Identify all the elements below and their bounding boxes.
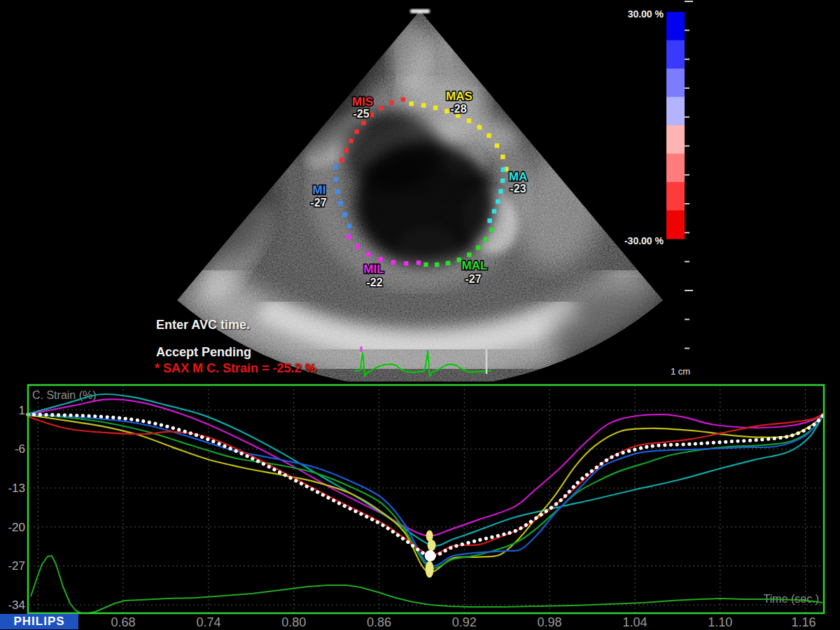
segment-value-MA: -23: [510, 183, 526, 195]
prompt-enter-avc-time: Enter AVC time.: [156, 318, 250, 332]
segment-label-MAL: MAL: [462, 259, 488, 272]
colorbar-max-label: 30.00 %: [628, 8, 664, 20]
ruler-scale-label: 1 cm: [671, 366, 690, 377]
chart-title: C. Strain (%): [32, 389, 97, 401]
segment-label-MIS: MIS: [352, 95, 373, 108]
status-accept-pending: Accept Pending: [156, 345, 251, 360]
status-global-strain-value: * SAX M C. Strain = -25.2 %: [155, 361, 316, 376]
border-dot-MAL: [435, 262, 440, 267]
colorbar-blocks: [666, 12, 685, 239]
border-dot-MAL: [424, 262, 428, 267]
ultrasound-speckle: [161, 0, 707, 392]
peak-strain-marker: [428, 540, 436, 551]
colorbar-block: [666, 12, 685, 41]
x-axis-tick-label: 1.04: [622, 615, 647, 629]
border-dot-MAL: [489, 227, 494, 232]
colorbar-block: [666, 69, 685, 97]
x-axis-tick-label: 0.74: [196, 615, 220, 629]
strain-colorbar: 30.00 % -30.00 %: [624, 8, 685, 246]
segment-value-MAL: -27: [465, 273, 481, 285]
border-dot-MAS: [433, 106, 438, 111]
peak-strain-marker: [426, 561, 434, 578]
x-axis-tick-label: 0.98: [538, 615, 562, 629]
border-dot-MI: [334, 177, 339, 182]
segment-value-MI: -27: [310, 197, 326, 209]
segment-value-MIS: -25: [353, 108, 369, 120]
strain-chart[interactable]: 1-6-13-20-27-340.680.740.800.860.920.981…: [0, 382, 840, 630]
x-axis-tick-label: 0.68: [111, 615, 135, 629]
peak-strain-marker: [425, 550, 436, 561]
segment-value-MAS: -28: [450, 103, 466, 115]
segment-label-MA: MA: [509, 170, 527, 183]
y-axis-tick-label: -27: [8, 559, 25, 573]
colorbar-min-label: -30.00 %: [624, 235, 664, 246]
border-dot-MAS: [444, 109, 449, 114]
border-dot-MIL: [366, 252, 371, 257]
x-axis-tick-label: 1.10: [708, 615, 732, 629]
border-dot-MIS: [389, 101, 394, 106]
border-dot-MI: [342, 213, 347, 218]
colorbar-block: [666, 41, 685, 69]
border-dot-MAL: [467, 253, 472, 258]
segment-label-MIL: MIL: [363, 262, 384, 276]
y-axis-tick-label: -20: [8, 521, 25, 534]
border-dot-MIL: [379, 258, 384, 262]
border-dot-MIL: [416, 260, 421, 265]
border-dot-MAS: [500, 155, 505, 160]
segment-label-MAS: MAS: [446, 90, 472, 103]
border-dot-MIS: [361, 120, 366, 125]
border-dot-MAS: [421, 103, 426, 108]
border-dot-MA: [487, 218, 492, 223]
transducer-apex-artifact: [410, 9, 430, 13]
border-dot-MA: [496, 200, 500, 204]
border-dot-MAS: [486, 134, 491, 139]
border-dot-MA: [500, 178, 505, 183]
segment-label-MI: MI: [313, 183, 326, 197]
y-axis-tick-label: -34: [8, 598, 25, 612]
colorbar-block: [666, 182, 685, 211]
x-axis-tick-label: 0.80: [281, 615, 306, 629]
x-axis-tick-label: 0.86: [367, 615, 391, 629]
border-dot-MA: [501, 167, 506, 172]
ruler-ticks: [685, 1, 693, 349]
border-dot-MIS: [401, 97, 406, 102]
border-dot-MAL: [457, 258, 462, 262]
border-dot-MIS: [379, 106, 384, 111]
border-dot-MIS: [349, 139, 354, 144]
border-dot-MAS: [467, 118, 472, 123]
border-dot-MIL: [346, 234, 351, 239]
border-dot-MIS: [344, 148, 349, 153]
colorbar-block: [666, 154, 685, 183]
border-dot-MIL: [391, 260, 396, 265]
border-dot-MAL: [484, 237, 489, 242]
y-axis-tick-label: -13: [8, 482, 25, 495]
border-dot-MI: [333, 164, 338, 169]
border-dot-MA: [498, 189, 503, 194]
y-axis-tick-label: -6: [15, 442, 25, 456]
border-dot-MAS: [409, 102, 414, 106]
echo-workstation-screen: MIS-25MAS-28MA-23MAL-27MIL-22MI-27 30.00…: [0, 0, 840, 630]
border-dot-MIS: [370, 113, 374, 118]
display-graphics: MIS-25MAS-28MA-23MAL-27MIL-22MI-27 30.00…: [0, 0, 840, 630]
segment-value-MIL: -22: [366, 276, 382, 288]
border-dot-MAS: [495, 144, 500, 148]
border-dot-MIL: [356, 244, 360, 249]
colorbar-block: [666, 211, 685, 239]
border-dot-MI: [338, 202, 343, 206]
border-dot-MIS: [340, 158, 344, 162]
y-axis-tick-label: 1: [19, 404, 25, 417]
border-dot-MI: [335, 190, 340, 195]
colorbar-block: [666, 125, 685, 154]
border-dot-MIS: [354, 130, 359, 134]
colorbar-block: [666, 97, 685, 126]
border-dot-MAS: [477, 125, 482, 130]
border-dot-MA: [492, 209, 497, 214]
x-axis-tick-label: 0.92: [452, 615, 477, 629]
border-dot-MAL: [476, 246, 481, 251]
ultrasound-image[interactable]: MIS-25MAS-28MA-23MAL-27MIL-22MI-27: [161, 0, 707, 392]
philips-logo: PHILIPS: [0, 614, 78, 629]
x-axis-tick-label: 1.16: [791, 615, 816, 629]
border-dot-MIL: [404, 261, 409, 266]
border-dot-MI: [347, 224, 352, 229]
border-dot-MAL: [446, 261, 451, 266]
